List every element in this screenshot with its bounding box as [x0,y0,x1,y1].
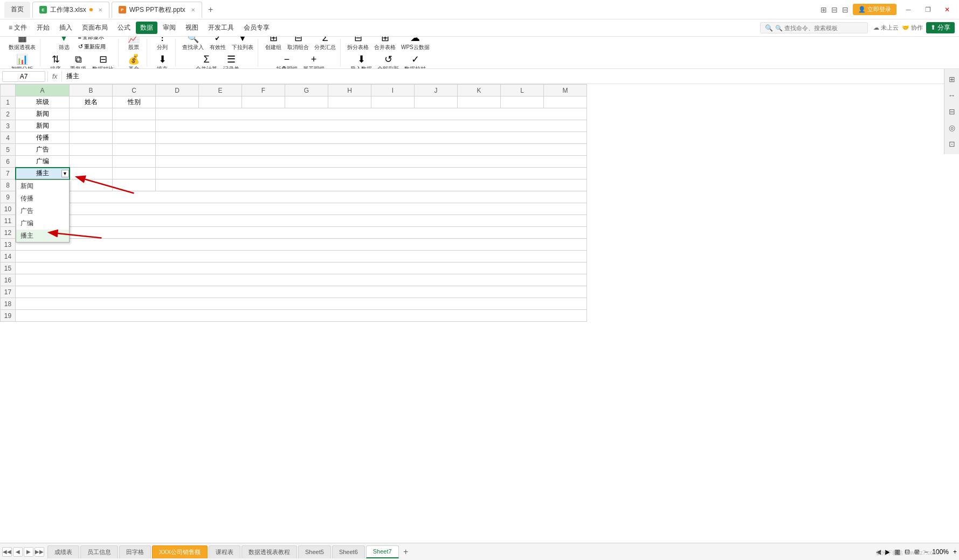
cell-E1[interactable] [199,96,242,108]
cell-L1[interactable] [501,96,544,108]
col-header-G[interactable]: G [285,85,328,96]
cell-B6[interactable] [70,156,113,168]
lookup-input-btn[interactable]: 🔍 查找录入 [180,37,206,52]
restore-button[interactable]: ❐ [920,2,935,17]
minimize-button[interactable]: ─ [901,2,916,17]
sheet-nav-last[interactable]: ▶▶ [35,547,44,557]
dropdown-list[interactable]: 新闻 传播 广告 广编 播主 [16,179,70,243]
sheet-tab-sheet6[interactable]: Sheet6 [332,545,365,558]
cell-B8[interactable] [70,179,113,191]
cloud-btn[interactable]: ☁ 未上云 [873,24,899,32]
sidebar-icon-5[interactable]: ⊡ [946,138,958,150]
cell-A7[interactable]: 播主▼ [16,168,70,179]
sidebar-icon-2[interactable]: ↔ [946,89,958,101]
dropdown-item-bozhu[interactable]: 播主 [16,230,69,242]
sort-btn[interactable]: ⇅ 排序 [45,53,66,70]
col-header-M[interactable]: M [544,85,587,96]
close-button[interactable]: ✕ [940,2,955,17]
cell-A5[interactable]: 广告 [16,144,70,156]
cell-B4[interactable] [70,132,113,144]
new-tab-button[interactable]: + [204,3,217,16]
col-header-C[interactable]: C [113,85,156,96]
cell-reference-input[interactable] [2,71,45,82]
col-header-J[interactable]: J [415,85,458,96]
sheet-tab-yuangong[interactable]: 员工信息 [80,545,118,558]
col-header-F[interactable]: F [242,85,285,96]
menu-formula[interactable]: 公式 [113,22,135,34]
sheet-tab-tianzige[interactable]: 田字格 [119,545,151,558]
cell-B2[interactable] [70,108,113,120]
dropdown-item-xinwen[interactable]: 新闻 [16,180,69,192]
fund-btn[interactable]: 💰 基金 [123,53,144,70]
cell-D2-M2[interactable] [156,108,587,120]
cell-D3-M3[interactable] [156,120,587,132]
sidebar-icon-1[interactable]: ⊞ [946,73,958,85]
dropdown-item-guangbian[interactable]: 广编 [16,217,69,230]
search-wrap[interactable]: 🔍 [760,22,868,33]
cell-I1[interactable] [371,96,415,108]
cell-H1[interactable] [328,96,371,108]
sheet-tab-kecheng[interactable]: 课程表 [209,545,240,558]
sheet-tab-sheet5[interactable]: Sheet5 [298,545,331,558]
sheet-nav-first[interactable]: ◀◀ [2,547,12,557]
collapse-btn[interactable]: − 折叠明细 [274,53,300,70]
proofread-btn[interactable]: ✓ 数据校对 [402,53,428,70]
menu-member[interactable]: 会员专享 [239,22,274,34]
sheet-nav-next[interactable]: ▶ [24,547,33,557]
cell-K1[interactable] [458,96,501,108]
cell-C4[interactable] [113,132,156,144]
import-data-btn[interactable]: ⬇ 导入数据 [348,53,374,70]
home-tab[interactable]: 首页 [4,2,30,18]
layout2-icon[interactable]: ⊟ [831,5,838,14]
xlsx-tab[interactable]: E 工作簿3.xlsx ✕ [32,2,109,18]
cell-D4-M4[interactable] [156,132,587,144]
sidebar-icon-3[interactable]: ⊟ [946,106,958,117]
col-header-D[interactable]: D [156,85,199,96]
dropdown-item-chuanbo[interactable]: 传播 [16,192,69,205]
col-header-A[interactable]: A [16,85,70,96]
cell-G1[interactable] [285,96,328,108]
col-header-I[interactable]: I [371,85,415,96]
sheet-tab-sheet7[interactable]: Sheet7 [366,545,399,558]
cell-A4[interactable]: 传播 [16,132,70,144]
login-button[interactable]: 👤 立即登录 [853,4,896,15]
cell-M1[interactable] [544,96,587,108]
cell-A1[interactable]: 班级 [16,96,70,108]
duplicate-btn[interactable]: ⧉ 重复项 [67,53,89,70]
cell-C3[interactable] [113,120,156,132]
cell-A6[interactable]: 广编 [16,156,70,168]
col-header-B[interactable]: B [70,85,113,96]
merge-calc-btn[interactable]: Σ 合并计算 [194,53,219,70]
sheet-tab-xiaoshou[interactable]: XXX公司销售额 [152,545,208,558]
col-header-K[interactable]: K [458,85,501,96]
menu-insert[interactable]: 插入 [55,22,77,34]
dropdown-toggle-button[interactable]: ▼ [61,170,69,177]
expand-btn[interactable]: + 展开明细 [301,53,327,70]
ppt-tab-close[interactable]: ✕ [191,7,195,13]
col-header-H[interactable]: H [328,85,371,96]
cell-A3[interactable]: 新闻 [16,120,70,132]
cell-C6[interactable] [113,156,156,168]
cell-C8[interactable] [113,179,156,191]
refresh-all-btn[interactable]: ↺ 全部刷新 [375,53,401,70]
xlsx-tab-close[interactable]: ✕ [98,7,102,13]
merge-table-btn[interactable]: ⊞ 合并表格 [372,37,398,52]
cell-B7[interactable] [70,168,113,179]
col-header-L[interactable]: L [501,85,544,96]
smart-analysis-btn[interactable]: 📊 智能分析 [9,53,35,70]
record-btn[interactable]: ☰ 记录单 [220,53,242,70]
compare-btn[interactable]: ⊟ 数据对比 [90,53,116,70]
cell-C7[interactable] [113,168,156,179]
stock-btn[interactable]: 📈 股票 [123,37,144,52]
ppt-tab[interactable]: P WPS PPT教程.pptx ✕ [112,2,202,18]
cell-B1[interactable]: 姓名 [70,96,113,108]
cell-C5[interactable] [113,144,156,156]
menu-devtools[interactable]: 开发工具 [204,22,238,34]
search-input[interactable] [775,25,856,31]
wps-cloud-btn[interactable]: ☁ WPS云数据 [399,37,432,52]
cell-B5[interactable] [70,144,113,156]
layout-icon[interactable]: ⊞ [820,5,827,14]
cell-D6-M6[interactable] [156,156,587,168]
ungroup-btn[interactable]: ⊟ 取消组合 [285,37,311,52]
cell-A2[interactable]: 新闻 [16,108,70,120]
